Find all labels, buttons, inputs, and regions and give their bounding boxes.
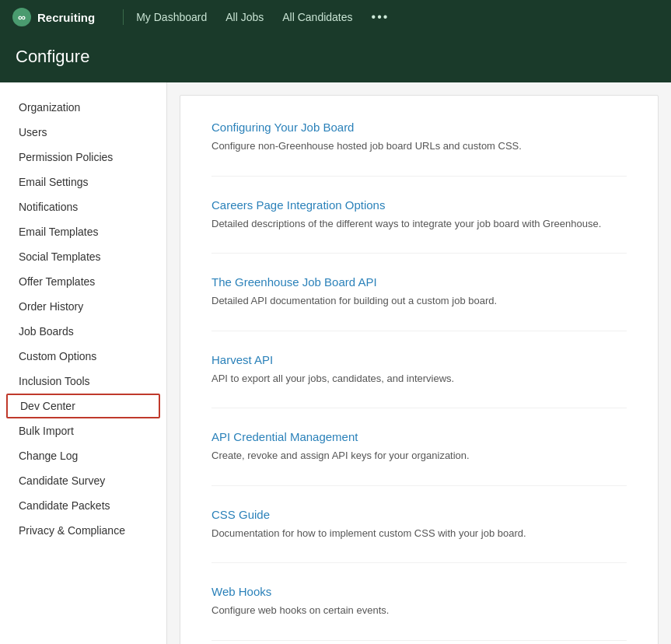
- nav-logo-text: Recruiting: [37, 11, 95, 24]
- link-api-credential[interactable]: API Credential Management: [211, 430, 358, 443]
- section-harvest-api: Harvest API API to export all your jobs,…: [211, 353, 627, 409]
- sidebar: Organization Users Permission Policies E…: [0, 82, 167, 644]
- link-job-board-api[interactable]: The Greenhouse Job Board API: [211, 275, 377, 289]
- desc-api-credential: Create, revoke and assign API keys for y…: [211, 448, 627, 464]
- desc-css-guide: Documentation for how to implement custo…: [211, 526, 627, 541]
- section-api-credential: API Credential Management Create, revoke…: [211, 430, 627, 486]
- main-container: Organization Users Permission Policies E…: [0, 82, 671, 644]
- top-nav: ∞ Recruiting My Dashboard All Jobs All C…: [0, 0, 671, 34]
- sidebar-item-bulk-import[interactable]: Bulk Import: [0, 418, 166, 443]
- sidebar-item-email-settings[interactable]: Email Settings: [0, 170, 166, 194]
- sidebar-item-notifications[interactable]: Notifications: [0, 194, 166, 219]
- sidebar-item-change-log[interactable]: Change Log: [0, 443, 166, 468]
- nav-link-dashboard[interactable]: My Dashboard: [136, 11, 207, 23]
- sidebar-item-candidate-survey[interactable]: Candidate Survey: [0, 468, 166, 493]
- logo-icon: ∞: [12, 8, 31, 26]
- link-careers-page[interactable]: Careers Page Integration Options: [211, 198, 385, 212]
- section-job-board-api: The Greenhouse Job Board API Detailed AP…: [211, 275, 627, 331]
- sidebar-item-job-boards[interactable]: Job Boards: [0, 319, 166, 344]
- nav-links: My Dashboard All Jobs All Candidates •••: [136, 10, 389, 24]
- link-web-hooks[interactable]: Web Hooks: [211, 585, 271, 598]
- desc-configuring-job-board: Configure non-Greenhouse hosted job boar…: [211, 138, 627, 154]
- desc-web-hooks: Configure web hooks on certain events.: [211, 603, 627, 618]
- section-web-hooks: Web Hooks Configure web hooks on certain…: [211, 585, 627, 641]
- section-careers-page: Careers Page Integration Options Detaile…: [211, 198, 627, 254]
- sidebar-item-users[interactable]: Users: [0, 120, 166, 145]
- link-harvest-api[interactable]: Harvest API: [211, 353, 273, 366]
- sidebar-item-candidate-packets[interactable]: Candidate Packets: [0, 493, 166, 518]
- nav-logo[interactable]: ∞ Recruiting: [12, 8, 95, 26]
- nav-link-candidates[interactable]: All Candidates: [282, 11, 352, 23]
- sidebar-item-privacy-compliance[interactable]: Privacy & Compliance: [0, 518, 166, 543]
- sidebar-item-offer-templates[interactable]: Offer Templates: [0, 269, 166, 294]
- page-title: Configure: [16, 47, 655, 67]
- sidebar-item-social-templates[interactable]: Social Templates: [0, 244, 166, 269]
- desc-harvest-api: API to export all your jobs, candidates,…: [211, 371, 627, 387]
- page-header: Configure: [0, 34, 671, 82]
- sidebar-item-inclusion-tools[interactable]: Inclusion Tools: [0, 369, 166, 394]
- desc-job-board-api: Detailed API documentation for building …: [211, 293, 627, 309]
- nav-more-icon[interactable]: •••: [372, 10, 390, 24]
- sidebar-item-dev-center[interactable]: Dev Center: [6, 394, 160, 418]
- desc-careers-page: Detailed descriptions of the different w…: [211, 216, 627, 232]
- sidebar-item-permission-policies[interactable]: Permission Policies: [0, 145, 166, 170]
- link-configuring-job-board[interactable]: Configuring Your Job Board: [211, 121, 354, 134]
- content-area: Configuring Your Job Board Configure non…: [180, 95, 659, 644]
- nav-link-jobs[interactable]: All Jobs: [225, 11, 264, 23]
- section-css-guide: CSS Guide Documentation for how to imple…: [211, 508, 627, 564]
- sidebar-item-custom-options[interactable]: Custom Options: [0, 344, 166, 369]
- link-css-guide[interactable]: CSS Guide: [211, 508, 270, 521]
- sidebar-item-email-templates[interactable]: Email Templates: [0, 219, 166, 244]
- section-configuring-job-board: Configuring Your Job Board Configure non…: [211, 121, 627, 177]
- sidebar-item-order-history[interactable]: Order History: [0, 294, 166, 319]
- nav-divider: [123, 9, 124, 25]
- sidebar-item-organization[interactable]: Organization: [0, 95, 166, 120]
